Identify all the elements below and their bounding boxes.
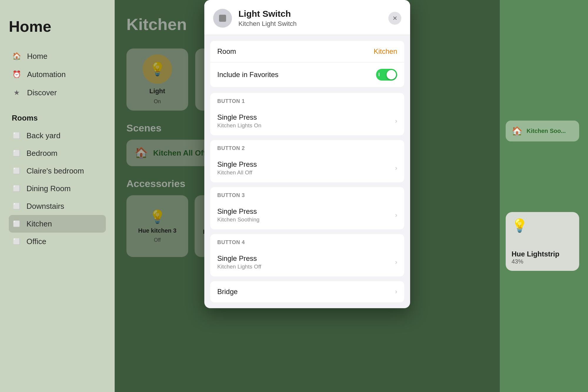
right-acc-card[interactable]: 💡 Hue Lightstrip 43%: [506, 212, 579, 271]
button2-content: Single Press Kitchen All Off: [217, 160, 395, 176]
button2-main: Single Press: [217, 160, 395, 169]
bridge-content: Bridge: [217, 288, 395, 296]
toggle-knob: [387, 70, 396, 79]
modal-room-label: Room: [217, 47, 374, 56]
button4-main: Single Press: [217, 254, 395, 263]
sidebar-nav: 🏠 Home ⏰ Automation ★ Discover: [9, 47, 106, 102]
button3-row[interactable]: Single Press Kitchen Soothing ›: [210, 201, 404, 229]
sidebar-item-dining-room[interactable]: ⬜ Dining Room: [9, 180, 106, 197]
button1-main: Single Press: [217, 113, 395, 121]
button4-row[interactable]: Single Press Kitchen Lights Off ›: [210, 248, 404, 276]
modal-overlay: Light Switch Kitchen Light Switch ✕ Room…: [115, 0, 500, 392]
modal-button1-section: BUTTON 1 Single Press Kitchen Lights On …: [210, 93, 404, 135]
modal-room-row[interactable]: Room Kitchen: [210, 41, 404, 62]
sidebar-item-automation[interactable]: ⏰ Automation: [9, 65, 106, 84]
sidebar-item-backyard[interactable]: ⬜ Back yard: [9, 127, 106, 144]
button4-chevron: ›: [395, 258, 397, 266]
button1-row[interactable]: Single Press Kitchen Lights On ›: [210, 107, 404, 135]
modal-subtitle: Kitchen Light Switch: [238, 20, 382, 28]
right-acc-name: Hue Lightstrip: [512, 250, 573, 258]
sidebar-item-bedroom[interactable]: ⬜ Bedroom: [9, 144, 106, 162]
button2-chevron: ›: [395, 164, 397, 172]
button3-chevron: ›: [395, 211, 397, 219]
button1-chevron: ›: [395, 117, 397, 125]
button3-content: Single Press Kitchen Soothing: [217, 207, 395, 223]
room-icon: ⬜: [12, 131, 21, 140]
sidebar-item-discover[interactable]: ★ Discover: [9, 84, 106, 102]
button1-content: Single Press Kitchen Lights On: [217, 113, 395, 129]
sidebar: Home 🏠 Home ⏰ Automation ★ Discover Room…: [0, 0, 115, 392]
button3-sub: Kitchen Soothing: [217, 216, 395, 223]
room-icon: ⬜: [12, 219, 21, 228]
modal-close-button[interactable]: ✕: [388, 12, 401, 25]
modal-title-block: Light Switch Kitchen Light Switch: [238, 9, 382, 28]
app-title: Home: [9, 18, 106, 35]
button3-main: Single Press: [217, 207, 395, 216]
right-acc-status: 43%: [512, 258, 573, 265]
modal-bridge-section: Bridge ›: [210, 281, 404, 302]
sidebar-item-office[interactable]: ⬜ Office: [9, 233, 106, 250]
modal-favorites-label: Include in Favorites: [217, 71, 376, 79]
button1-header: BUTTON 1: [210, 93, 404, 107]
sidebar-item-claire-bedroom[interactable]: ⬜ Claire's bedroom: [9, 162, 106, 180]
main-content-area: Kitchen 💡 Light On ⏸ Front Door Closed S…: [115, 0, 500, 392]
right-scene-icon: 🏠: [512, 126, 522, 136]
modal-favorites-row[interactable]: Include in Favorites I: [210, 62, 404, 87]
button4-content: Single Press Kitchen Lights Off: [217, 254, 395, 270]
room-icon: ⬜: [12, 201, 21, 211]
button3-header: BUTTON 3: [210, 187, 404, 201]
sidebar-item-kitchen[interactable]: ⬜ Kitchen: [9, 215, 106, 233]
modal-info-section: Room Kitchen Include in Favorites I: [210, 41, 404, 87]
button2-sub: Kitchen All Off: [217, 169, 395, 176]
automation-icon: ⏰: [12, 69, 22, 79]
room-icon: ⬜: [12, 166, 21, 176]
modal-header: Light Switch Kitchen Light Switch ✕: [204, 0, 410, 35]
home-icon: 🏠: [12, 51, 22, 61]
modal-title: Light Switch: [238, 9, 382, 19]
button2-header: BUTTON 2: [210, 140, 404, 154]
sidebar-item-home[interactable]: 🏠 Home: [9, 47, 106, 65]
rooms-list: ⬜ Back yard ⬜ Bedroom ⬜ Claire's bedroom…: [9, 127, 106, 250]
modal-room-value: Kitchen: [374, 47, 397, 56]
bridge-label: Bridge: [217, 288, 395, 296]
rooms-heading: Rooms: [9, 114, 106, 123]
room-icon: ⬜: [12, 149, 21, 158]
button4-sub: Kitchen Lights Off: [217, 263, 395, 270]
button1-sub: Kitchen Lights On: [217, 122, 395, 129]
modal-favorites-toggle[interactable]: I: [376, 69, 397, 81]
toggle-i-label: I: [378, 72, 380, 77]
modal-button2-section: BUTTON 2 Single Press Kitchen All Off ›: [210, 140, 404, 182]
room-icon: ⬜: [12, 184, 21, 193]
modal-device-icon: [213, 9, 232, 28]
sidebar-item-downstairs[interactable]: ⬜ Downstairs: [9, 197, 106, 215]
right-scene-text: Kitchen Soo...: [527, 128, 566, 134]
bridge-row[interactable]: Bridge ›: [210, 281, 404, 302]
modal-dialog: Light Switch Kitchen Light Switch ✕ Room…: [204, 0, 410, 308]
right-scene-card[interactable]: 🏠 Kitchen Soo...: [506, 121, 579, 141]
right-side-panel: 🏠 Kitchen Soo... 💡 Hue Lightstrip 43%: [500, 0, 588, 392]
right-acc-icon: 💡: [512, 218, 573, 233]
star-icon: ★: [12, 88, 22, 98]
bridge-chevron: ›: [395, 288, 397, 296]
button2-row[interactable]: Single Press Kitchen All Off ›: [210, 154, 404, 182]
svg-rect-0: [219, 15, 226, 22]
modal-button4-section: BUTTON 4 Single Press Kitchen Lights Off…: [210, 234, 404, 276]
button4-header: BUTTON 4: [210, 234, 404, 248]
room-icon: ⬜: [12, 237, 21, 246]
modal-button3-section: BUTTON 3 Single Press Kitchen Soothing ›: [210, 187, 404, 229]
